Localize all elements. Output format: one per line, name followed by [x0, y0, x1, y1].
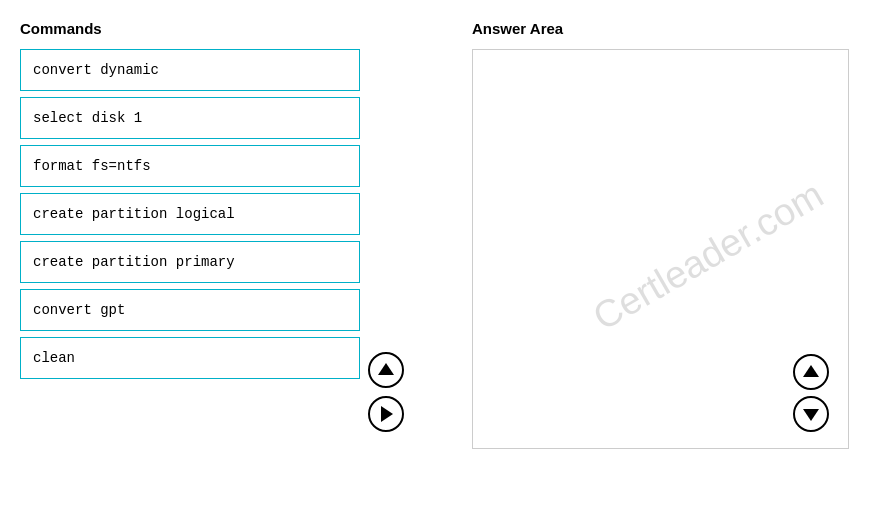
arrow-right-icon: [379, 406, 393, 422]
move-up-button[interactable]: [368, 352, 404, 388]
arrow-up-icon: [378, 365, 394, 375]
move-buttons-panel: [368, 20, 404, 492]
move-right-button[interactable]: [368, 396, 404, 432]
sort-buttons: [793, 354, 829, 432]
command-item-7[interactable]: clean: [20, 337, 360, 379]
sort-up-button[interactable]: [793, 354, 829, 390]
sort-down-icon: [803, 409, 819, 419]
sort-up-icon: [803, 367, 819, 377]
answer-panel: Answer Area Certleader.com: [412, 20, 849, 492]
commands-list: convert dynamicselect disk 1format fs=nt…: [20, 49, 360, 379]
command-item-1[interactable]: convert dynamic: [20, 49, 360, 91]
answer-title: Answer Area: [472, 20, 849, 37]
command-item-2[interactable]: select disk 1: [20, 97, 360, 139]
command-item-4[interactable]: create partition logical: [20, 193, 360, 235]
commands-panel: Commands convert dynamicselect disk 1for…: [20, 20, 360, 492]
main-container: Commands convert dynamicselect disk 1for…: [0, 0, 869, 512]
command-item-3[interactable]: format fs=ntfs: [20, 145, 360, 187]
commands-title: Commands: [20, 20, 360, 37]
command-item-5[interactable]: create partition primary: [20, 241, 360, 283]
sort-down-button[interactable]: [793, 396, 829, 432]
command-item-6[interactable]: convert gpt: [20, 289, 360, 331]
